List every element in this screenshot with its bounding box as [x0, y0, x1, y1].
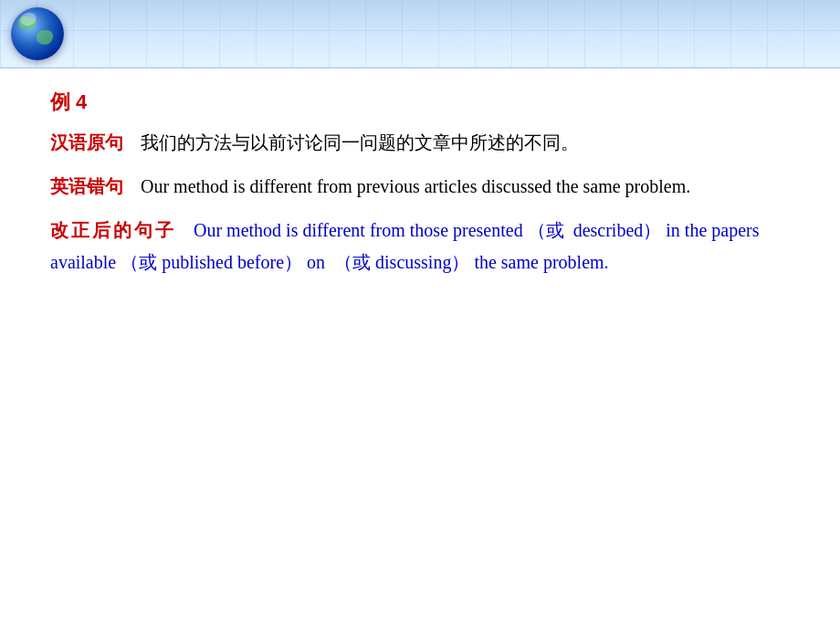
header-banner [0, 0, 840, 68]
paren-open-2: （或 [121, 252, 157, 272]
paren-open-3: （或 [334, 252, 371, 272]
error-text: Our method is different from previous ar… [127, 176, 690, 196]
corrected-section: 改正后的句子 Our method is different from thos… [50, 215, 803, 278]
paren-close-2: ） [284, 252, 302, 272]
corrected-label: 改正后的句子 [50, 220, 176, 240]
map-background [0, 0, 840, 68]
chinese-section: 汉语原句 我们的方法与以前讨论同一问题的文章中所述的不同。 [50, 127, 803, 158]
globe-icon [11, 7, 64, 60]
error-section: 英语错句 Our method is different from previo… [50, 171, 803, 202]
paren-close-1: ） [643, 220, 661, 240]
chinese-text: 我们的方法与以前讨论同一问题的文章中所述的不同。 [127, 132, 579, 152]
paren-open-1: （或 [528, 220, 564, 240]
paren-close-3: ） [451, 252, 469, 272]
main-content: 例 4 汉语原句 我们的方法与以前讨论同一问题的文章中所述的不同。 英语错句 O… [0, 68, 840, 310]
example-label: 例 4 [50, 89, 803, 116]
error-label: 英语错句 [50, 176, 123, 196]
chinese-label: 汉语原句 [50, 132, 123, 152]
